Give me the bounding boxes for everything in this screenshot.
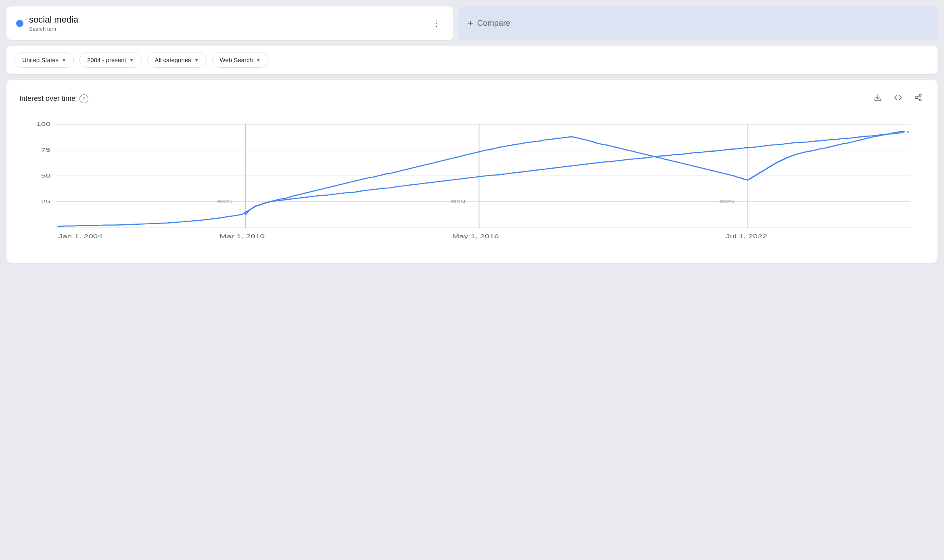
svg-text:May 1, 2016: May 1, 2016 bbox=[452, 233, 499, 239]
svg-text:25: 25 bbox=[41, 199, 50, 205]
time-filter-button[interactable]: 2004 - present ▼ bbox=[79, 52, 142, 68]
embed-icon bbox=[894, 94, 902, 102]
chart-actions bbox=[871, 91, 925, 106]
share-button[interactable] bbox=[912, 91, 925, 106]
help-icon[interactable]: ? bbox=[79, 94, 88, 103]
category-filter-button[interactable]: All categories ▼ bbox=[147, 52, 207, 68]
search-term-text: social media Search term bbox=[29, 15, 78, 32]
chart-svg: 100 75 50 25 Note Note Note bbox=[19, 116, 925, 253]
compare-card[interactable]: + Compare bbox=[458, 6, 938, 40]
download-button[interactable] bbox=[871, 91, 884, 106]
search-type-dropdown-icon: ▼ bbox=[256, 58, 261, 63]
svg-text:Note: Note bbox=[217, 199, 232, 204]
svg-text:Mar 1, 2010: Mar 1, 2010 bbox=[219, 233, 265, 239]
region-filter-label: United States bbox=[22, 56, 58, 63]
search-term-card: social media Search term ⋮ bbox=[6, 6, 453, 40]
category-dropdown-icon: ▼ bbox=[194, 58, 199, 63]
chart-title: Interest over time bbox=[19, 94, 75, 103]
search-term-left: social media Search term bbox=[16, 15, 78, 32]
category-filter-label: All categories bbox=[155, 56, 191, 63]
compare-label: Compare bbox=[477, 19, 510, 28]
chart-card: Interest over time ? bbox=[6, 80, 938, 263]
svg-text:Note: Note bbox=[719, 199, 734, 204]
search-term-dot bbox=[16, 20, 23, 27]
term-type: Search term bbox=[29, 26, 78, 32]
download-icon bbox=[874, 94, 882, 102]
time-dropdown-icon: ▼ bbox=[129, 58, 134, 63]
compare-inner: + Compare bbox=[468, 18, 510, 29]
region-filter-button[interactable]: United States ▼ bbox=[15, 52, 74, 68]
svg-text:100: 100 bbox=[36, 121, 50, 127]
more-options-button[interactable]: ⋮ bbox=[429, 16, 444, 31]
search-type-filter-label: Web Search bbox=[220, 56, 253, 63]
svg-text:Note: Note bbox=[450, 199, 465, 204]
chart-title-row: Interest over time ? bbox=[19, 94, 88, 103]
chart-header: Interest over time ? bbox=[19, 91, 925, 106]
embed-button[interactable] bbox=[892, 91, 904, 106]
compare-plus-icon: + bbox=[468, 18, 473, 29]
svg-text:Jan 1, 2004: Jan 1, 2004 bbox=[58, 233, 102, 239]
more-options-icon: ⋮ bbox=[432, 19, 441, 28]
svg-text:Jul 1, 2022: Jul 1, 2022 bbox=[726, 233, 767, 239]
term-name: social media bbox=[29, 15, 78, 25]
chart-container: 100 75 50 25 Note Note Note bbox=[19, 116, 925, 253]
time-filter-label: 2004 - present bbox=[87, 56, 126, 63]
svg-line-4 bbox=[917, 98, 919, 100]
svg-text:75: 75 bbox=[41, 147, 50, 153]
svg-line-5 bbox=[917, 96, 919, 97]
svg-text:50: 50 bbox=[41, 173, 50, 179]
share-icon bbox=[914, 94, 922, 102]
search-type-filter-button[interactable]: Web Search ▼ bbox=[212, 52, 268, 68]
filters-row: United States ▼ 2004 - present ▼ All cat… bbox=[6, 46, 938, 74]
region-dropdown-icon: ▼ bbox=[62, 58, 66, 63]
